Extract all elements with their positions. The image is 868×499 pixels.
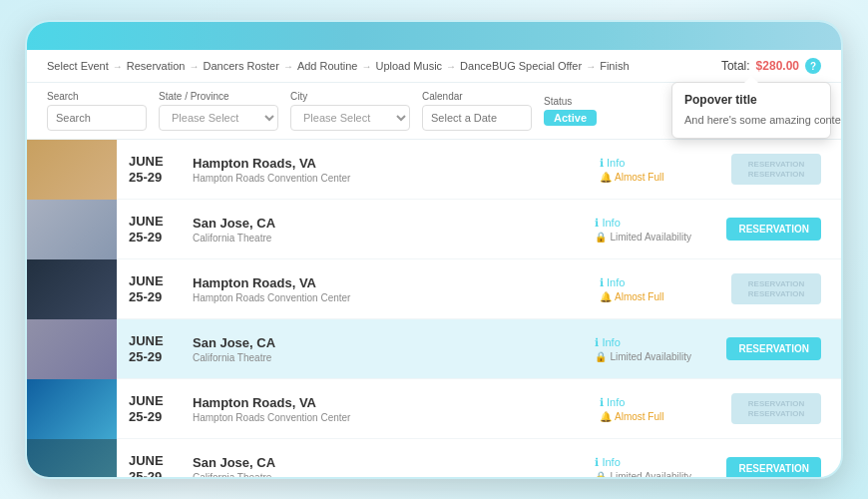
info-link[interactable]: ℹ Info	[595, 456, 714, 469]
bc-dancers-roster[interactable]: Dancers Roster	[203, 60, 278, 72]
event-days: 25-29	[129, 409, 181, 425]
city-filter-group: City Please Select	[290, 91, 410, 131]
event-status-col: ℹ Info 🔔 Almost Full	[600, 157, 719, 183]
bc-dancebug[interactable]: DanceBUG Special Offer	[460, 60, 582, 72]
search-filter-group: Search	[47, 91, 147, 131]
event-thumbnail	[27, 379, 117, 439]
event-thumbnail	[27, 319, 117, 379]
event-info: Hampton Roads, VA Hampton Roads Conventi…	[193, 395, 588, 423]
event-row: JUNE 25-29 San Jose, CA California Theat…	[27, 439, 841, 479]
event-days: 25-29	[129, 230, 181, 246]
event-venue: California Theatre	[193, 352, 583, 363]
search-label: Search	[47, 91, 147, 102]
reservation-button[interactable]: RESERVATION	[726, 218, 821, 241]
event-info: Hampton Roads, VA Hampton Roads Conventi…	[193, 156, 588, 184]
availability-icon: 🔔	[600, 172, 612, 183]
event-date: JUNE 25-29	[129, 453, 181, 479]
event-days: 25-29	[129, 349, 181, 365]
bc-finish[interactable]: Finish	[600, 60, 629, 72]
bc-reservation[interactable]: Reservation	[127, 60, 186, 72]
event-location: San Jose, CA	[193, 216, 583, 231]
event-days: 25-29	[129, 289, 181, 305]
availability-icon: 🔔	[600, 411, 612, 422]
state-filter-group: State / Province Please Select	[159, 91, 278, 131]
popover-title: Popover title	[684, 93, 818, 107]
calendar-label: Calendar	[422, 91, 532, 102]
info-link[interactable]: ℹ Info	[595, 336, 714, 349]
event-info: Hampton Roads, VA Hampton Roads Conventi…	[193, 275, 588, 303]
event-date: JUNE 25-29	[129, 333, 181, 364]
popover-content: And here's some amazing content. It's ve…	[684, 113, 818, 128]
total-label: Total:	[721, 59, 750, 73]
event-thumbnail	[27, 259, 117, 319]
event-month: JUNE	[129, 273, 181, 289]
city-select[interactable]: Please Select	[290, 105, 410, 131]
event-status-col: ℹ Info 🔔 Almost Full	[600, 396, 719, 422]
event-month: JUNE	[129, 393, 181, 409]
info-link[interactable]: ℹ Info	[595, 217, 714, 230]
reservation-button[interactable]: RESERVATION	[726, 337, 821, 360]
event-status-col: ℹ Info 🔒 Limited Availability	[595, 336, 714, 362]
event-location: Hampton Roads, VA	[193, 156, 588, 171]
event-location: Hampton Roads, VA	[193, 395, 588, 410]
availability-status: 🔒 Limited Availability	[595, 471, 714, 480]
event-row: JUNE 25-29 San Jose, CA California Theat…	[27, 200, 841, 259]
event-venue: Hampton Roads Convention Center	[193, 412, 588, 423]
event-month: JUNE	[129, 453, 181, 469]
status-badge: Active	[544, 110, 597, 126]
availability-status: 🔔 Almost Full	[600, 172, 719, 183]
status-label: Status	[544, 96, 597, 107]
state-label: State / Province	[159, 91, 278, 102]
reservation-button-disabled: RESERVATIONRESERVATION	[731, 273, 821, 304]
calendar-filter-group: Calendar	[422, 91, 532, 131]
info-link[interactable]: ℹ Info	[600, 396, 719, 409]
event-row: JUNE 25-29 Hampton Roads, VA Hampton Roa…	[27, 379, 841, 439]
reservation-button-disabled: RESERVATIONRESERVATION	[731, 154, 821, 185]
availability-status: 🔒 Limited Availability	[595, 351, 714, 362]
event-month: JUNE	[129, 333, 181, 349]
help-icon[interactable]: ?	[805, 58, 821, 74]
calendar-input[interactable]	[422, 105, 532, 131]
bc-upload-music[interactable]: Upload Music	[375, 60, 442, 72]
status-group: Status Active	[544, 96, 597, 126]
event-venue: Hampton Roads Convention Center	[193, 173, 588, 184]
event-status-col: ℹ Info 🔔 Almost Full	[600, 276, 719, 302]
total-amount: $280.00	[756, 59, 799, 73]
event-location: Hampton Roads, VA	[193, 275, 588, 290]
event-thumbnail	[27, 439, 117, 480]
state-select[interactable]: Please Select	[159, 105, 278, 131]
event-thumbnail	[27, 140, 117, 200]
event-date: JUNE 25-29	[129, 393, 181, 424]
events-container: JUNE 25-29 Hampton Roads, VA Hampton Roa…	[27, 140, 841, 479]
popover: Popover title And here's some amazing co…	[671, 82, 831, 139]
event-month: JUNE	[129, 214, 181, 230]
event-days: 25-29	[129, 469, 181, 480]
availability-status: 🔒 Limited Availability	[595, 232, 714, 243]
event-month: JUNE	[129, 154, 181, 170]
reservation-button-disabled: RESERVATIONRESERVATION	[731, 393, 821, 424]
search-input[interactable]	[47, 105, 147, 131]
event-location: San Jose, CA	[193, 455, 583, 470]
event-date: JUNE 25-29	[129, 154, 181, 185]
event-row: JUNE 25-29 San Jose, CA California Theat…	[27, 319, 841, 379]
device-frame: Select Event → Reservation → Dancers Ros…	[25, 20, 843, 479]
event-date: JUNE 25-29	[129, 273, 181, 304]
event-thumbnail	[27, 200, 117, 259]
bc-select-event[interactable]: Select Event	[47, 60, 109, 72]
event-row: JUNE 25-29 Hampton Roads, VA Hampton Roa…	[27, 140, 841, 200]
event-status-col: ℹ Info 🔒 Limited Availability	[595, 456, 714, 480]
event-info: San Jose, CA California Theatre	[193, 455, 583, 480]
city-label: City	[290, 91, 410, 102]
event-row: JUNE 25-29 Hampton Roads, VA Hampton Roa…	[27, 259, 841, 319]
reservation-button[interactable]: RESERVATION	[726, 457, 821, 479]
availability-icon: 🔒	[595, 232, 607, 243]
event-venue: California Theatre	[193, 233, 583, 244]
event-venue: Hampton Roads Convention Center	[193, 292, 588, 303]
availability-status: 🔔 Almost Full	[600, 411, 719, 422]
event-date: JUNE 25-29	[129, 214, 181, 245]
info-link[interactable]: ℹ Info	[600, 276, 719, 289]
event-venue: California Theatre	[193, 472, 583, 480]
top-bar	[27, 22, 841, 50]
bc-add-routine[interactable]: Add Routine	[297, 60, 358, 72]
info-link[interactable]: ℹ Info	[600, 157, 719, 170]
